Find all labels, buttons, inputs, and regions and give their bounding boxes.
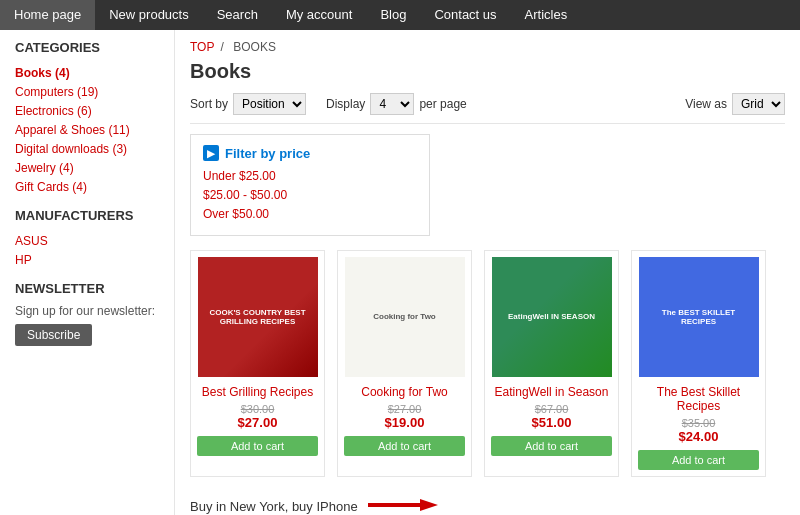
toolbar: Sort by Position Name Price Display 4 8 …	[190, 93, 785, 124]
breadcrumb: TOP / BOOKS	[190, 40, 785, 54]
view-as-select[interactable]: Grid List	[732, 93, 785, 115]
product-card-4: The BEST SKILLET RECIPES The Best Skille…	[631, 250, 766, 477]
product-old-price-3: $67.00	[535, 403, 569, 415]
product-name-4[interactable]: The Best Skillet Recipes	[638, 385, 759, 413]
product-new-price-2: $19.00	[385, 415, 425, 430]
nav-contact[interactable]: Contact us	[420, 0, 510, 30]
page-title: Books	[190, 60, 785, 83]
nav-articles[interactable]: Articles	[511, 0, 582, 30]
newsletter-text: Sign up for our newsletter:	[15, 304, 164, 318]
add-to-cart-3[interactable]: Add to cart	[491, 436, 612, 456]
category-apparel[interactable]: Apparel & Shoes (11)	[15, 120, 164, 139]
svg-marker-1	[420, 499, 438, 511]
product-new-price-3: $51.00	[532, 415, 572, 430]
filter-icon: ▶	[203, 145, 219, 161]
product-card-3: EatingWell IN SEASON EatingWell in Seaso…	[484, 250, 619, 477]
manufacturers-list: ASUS HP	[15, 231, 164, 269]
manufacturer-hp[interactable]: HP	[15, 250, 164, 269]
category-books[interactable]: Books (4)	[15, 63, 164, 82]
filter-25-50[interactable]: $25.00 - $50.00	[203, 186, 417, 205]
view-as-label: View as	[685, 97, 727, 111]
per-page-label: per page	[419, 97, 466, 111]
main-content: TOP / BOOKS Books Sort by Position Name …	[175, 30, 800, 515]
categories-list: Books (4) Computers (19) Electronics (6)…	[15, 63, 164, 196]
product-old-price-1: $30.00	[241, 403, 275, 415]
category-digital[interactable]: Digital downloads (3)	[15, 139, 164, 158]
category-jewelry[interactable]: Jewelry (4)	[15, 158, 164, 177]
filter-box: ▶ Filter by price Under $25.00 $25.00 - …	[190, 134, 430, 236]
product-card-2: Cooking for Two Cooking for Two $27.00 $…	[337, 250, 472, 477]
filter-title: ▶ Filter by price	[203, 145, 417, 161]
nav-my-account[interactable]: My account	[272, 0, 366, 30]
sort-label: Sort by	[190, 97, 228, 111]
add-to-cart-2[interactable]: Add to cart	[344, 436, 465, 456]
product-old-price-2: $27.00	[388, 403, 422, 415]
display-label: Display	[326, 97, 365, 111]
nav-home[interactable]: Home page	[0, 0, 95, 30]
red-arrow-icon	[368, 497, 438, 515]
add-to-cart-4[interactable]: Add to cart	[638, 450, 759, 470]
product-name-3[interactable]: EatingWell in Season	[495, 385, 609, 399]
nav-new-products[interactable]: New products	[95, 0, 202, 30]
promo-section: Buy in New York, buy IPhone	[190, 497, 785, 515]
category-electronics[interactable]: Electronics (6)	[15, 101, 164, 120]
product-image-2: Cooking for Two	[345, 257, 465, 377]
manufacturers-title: MANUFACTURERS	[15, 208, 164, 223]
main-nav: Home page New products Search My account…	[0, 0, 800, 30]
filter-under-25[interactable]: Under $25.00	[203, 167, 417, 186]
sidebar: CATEGORIES Books (4) Computers (19) Elec…	[0, 30, 175, 515]
category-computers[interactable]: Computers (19)	[15, 82, 164, 101]
add-to-cart-1[interactable]: Add to cart	[197, 436, 318, 456]
products-grid: COOK'S COUNTRY BEST GRILLING RECIPES Bes…	[190, 250, 785, 477]
product-image-4: The BEST SKILLET RECIPES	[639, 257, 759, 377]
filter-over-50[interactable]: Over $50.00	[203, 205, 417, 224]
sort-select[interactable]: Position Name Price	[233, 93, 306, 115]
product-image-3: EatingWell IN SEASON	[492, 257, 612, 377]
category-gift[interactable]: Gift Cards (4)	[15, 177, 164, 196]
promo-text: Buy in New York, buy IPhone	[190, 499, 358, 514]
product-new-price-1: $27.00	[238, 415, 278, 430]
newsletter-title: NEWSLETTER	[15, 281, 164, 296]
nav-search[interactable]: Search	[203, 0, 272, 30]
product-name-1[interactable]: Best Grilling Recipes	[202, 385, 313, 399]
categories-title: CATEGORIES	[15, 40, 164, 55]
product-image-1: COOK'S COUNTRY BEST GRILLING RECIPES	[198, 257, 318, 377]
product-name-2[interactable]: Cooking for Two	[361, 385, 448, 399]
product-new-price-4: $24.00	[679, 429, 719, 444]
subscribe-button[interactable]: Subscribe	[15, 324, 92, 346]
product-card-1: COOK'S COUNTRY BEST GRILLING RECIPES Bes…	[190, 250, 325, 477]
product-old-price-4: $35.00	[682, 417, 716, 429]
display-select[interactable]: 4 8 12	[370, 93, 414, 115]
manufacturer-asus[interactable]: ASUS	[15, 231, 164, 250]
nav-blog[interactable]: Blog	[366, 0, 420, 30]
